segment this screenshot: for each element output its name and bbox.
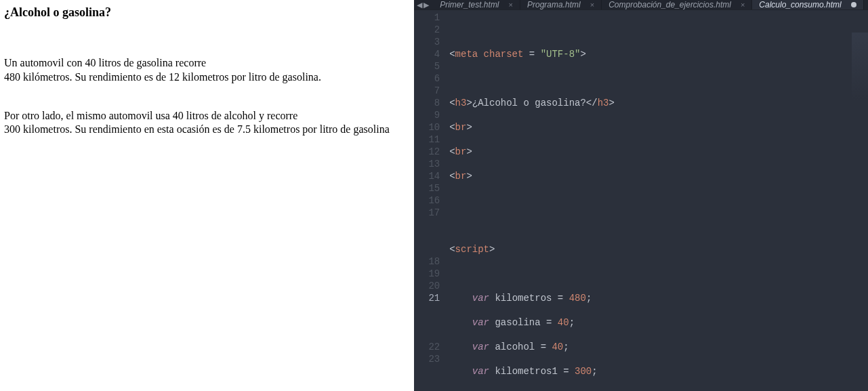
line-gutter: 1234567891011121314151617181920212223 bbox=[414, 10, 445, 391]
nav-prev-icon[interactable]: ◀ bbox=[417, 1, 422, 9]
code-area[interactable]: <meta charset = "UTF-8"> <h3>¿Alcohol o … bbox=[445, 10, 868, 391]
tab-label: Primer_test.html bbox=[440, 0, 499, 9]
paragraph-2: Por otro lado, el mismo automovil usa 40… bbox=[4, 109, 410, 138]
tab-bar: ◀ ▶ Primer_test.html × Programa.html × C… bbox=[414, 0, 868, 9]
minimap[interactable] bbox=[852, 33, 868, 100]
tab-label: Comprobación_de_ejercicios.html bbox=[608, 0, 731, 9]
close-icon[interactable]: × bbox=[741, 1, 745, 9]
browser-preview: ¿Alcohol o gasolina? Un automovil con 40… bbox=[0, 0, 414, 391]
tab-programa[interactable]: Programa.html × bbox=[520, 0, 602, 9]
tab-label: Programa.html bbox=[527, 0, 581, 9]
paragraph-1: Un automovil con 40 litros de gasolina r… bbox=[4, 56, 410, 85]
dirty-dot-icon bbox=[851, 2, 856, 7]
tab-calculo-consumo[interactable]: Calculo_consumo.html bbox=[752, 0, 863, 9]
close-icon[interactable]: × bbox=[590, 1, 594, 9]
tab-comprobacion[interactable]: Comprobación_de_ejercicios.html × bbox=[602, 0, 752, 9]
close-icon[interactable]: × bbox=[509, 1, 513, 9]
tab-label: Calculo_consumo.html bbox=[759, 0, 841, 9]
nav-next-icon[interactable]: ▶ bbox=[423, 1, 429, 9]
page-heading: ¿Alcohol o gasolina? bbox=[4, 5, 410, 20]
tab-primer-test[interactable]: Primer_test.html × bbox=[433, 0, 520, 9]
code-editor: ◀ ▶ Primer_test.html × Programa.html × C… bbox=[414, 0, 868, 391]
